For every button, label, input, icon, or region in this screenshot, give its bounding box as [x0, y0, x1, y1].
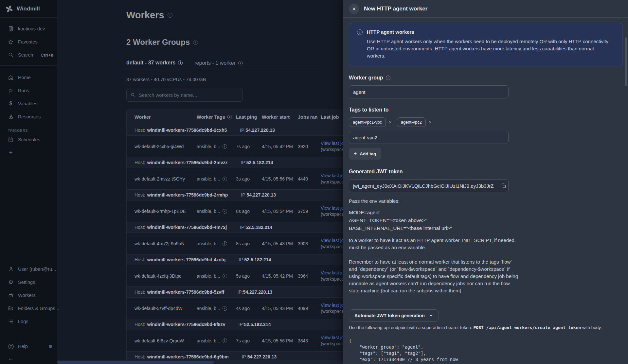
sidebar: Windmill kautious-dev Favorites Search C…	[0, 0, 57, 364]
api-endpoint-line: Use the following api endpoint with a su…	[349, 325, 622, 330]
request-body-code: { "worker_group": "agent", "tags": ["tag…	[349, 338, 622, 364]
sidebar-item-resources[interactable]: Resources	[0, 110, 57, 123]
last-ping-cell: 3s ago	[236, 176, 262, 182]
ip-label: IP:	[240, 225, 245, 230]
worker-group-label-text: Worker group	[349, 75, 383, 81]
sidebar-item-settings[interactable]: Settings	[0, 276, 57, 289]
tab-default-group[interactable]: default - 37 workers	[126, 60, 183, 70]
info-icon[interactable]	[238, 61, 243, 65]
sidebar-item-home[interactable]: Home	[0, 71, 57, 84]
host-name: windmill-workers-77596dc9bd-6g9bm	[147, 354, 229, 359]
remove-tag-icon[interactable]	[429, 119, 432, 125]
info-icon[interactable]	[223, 209, 227, 214]
new-tag-input[interactable]	[349, 131, 509, 144]
gear-icon	[8, 279, 14, 285]
info-icon[interactable]	[223, 274, 227, 278]
sidebar-item-favorites[interactable]: Favorites	[0, 35, 57, 48]
info-icon[interactable]	[223, 241, 227, 246]
worker-groups-heading-text: 2 Worker Groups	[126, 38, 190, 47]
search-icon	[8, 52, 14, 58]
worker-name: wk-default-4zcfq-3Dtpc	[135, 273, 197, 279]
plus-icon	[8, 150, 14, 156]
last-ping-cell: 8s ago	[236, 241, 262, 246]
sidebar-item-label: Settings	[18, 280, 35, 285]
brand[interactable]: Windmill	[0, 0, 57, 18]
windmill-logo-icon	[5, 5, 13, 13]
worker-tags-cell: ansible, b...	[197, 209, 236, 214]
ip-value: 52.5.182.214	[244, 322, 271, 327]
host-ip: IP:52.5.182.214	[239, 257, 271, 262]
sidebar-item-variables[interactable]: Variables	[0, 97, 57, 110]
host-name: windmill-workers-77596dc9bd-4zcfq	[147, 257, 226, 262]
sidebar-item-schedules[interactable]: Schedules	[0, 133, 57, 146]
tab-reports-group[interactable]: reports - 1 worker	[194, 60, 242, 70]
last-ping-cell: 6s ago	[236, 209, 262, 214]
sidebar-item-logs[interactable]: Logs	[0, 315, 57, 328]
ip-value: 52.5.182.214	[244, 257, 271, 262]
sidebar-item-runs[interactable]: Runs	[0, 84, 57, 97]
worker-group-input[interactable]	[349, 85, 509, 98]
column-header-worker-tags: Worker Tags	[197, 114, 236, 120]
host-label: Host:	[135, 225, 145, 230]
sidebar-item-label: Schedules	[18, 137, 40, 142]
column-header-last-ping: Last ping	[236, 114, 262, 120]
host-name: windmill-workers-77596dc9bd-2mvzz	[147, 160, 228, 165]
worker-group-label: Worker group	[349, 75, 622, 81]
sidebar-item-workers[interactable]: Workers	[0, 289, 57, 302]
sidebar-item-workspace[interactable]: kautious-dev	[0, 22, 57, 35]
host-ip: IP:52.5.182.214	[240, 225, 272, 230]
info-icon[interactable]	[386, 76, 390, 80]
column-header-worker-start: Worker start	[262, 114, 298, 120]
drawer-header: New HTTP agent worker	[343, 0, 628, 18]
search-workers-input[interactable]	[139, 92, 239, 98]
ip-value: 52.5.182.214	[246, 160, 273, 165]
worker-name: wk-default-4m72j-9o9oN	[135, 241, 197, 246]
ip-label: IP:	[237, 289, 243, 295]
host-name: windmill-workers-77596dc9bd-4m72j	[147, 225, 227, 230]
info-icon[interactable]	[223, 306, 227, 311]
user-icon	[8, 266, 14, 272]
worker-tags-cell: ansible, b...	[197, 144, 236, 149]
collapse-sidebar-button[interactable]	[0, 353, 57, 364]
host-label: Host:	[135, 289, 145, 295]
host-name: windmill-workers-77596dc9bd-2rmhp	[147, 192, 228, 198]
chevron-up-icon	[429, 313, 433, 318]
sidebar-item-label: Home	[18, 75, 31, 80]
host-ip: IP:54.227.220.13	[242, 354, 277, 359]
remove-tag-icon[interactable]	[389, 119, 392, 125]
worker-tags-text: ansible, b...	[197, 273, 220, 279]
jwt-token-input[interactable]	[349, 179, 509, 192]
sidebar-item-label: Workers	[18, 293, 36, 298]
automate-jwt-button[interactable]: Automate JWT token generation	[349, 309, 439, 322]
add-trigger-button[interactable]	[0, 146, 57, 159]
copy-icon[interactable]	[500, 182, 507, 189]
info-icon[interactable]	[223, 144, 227, 149]
info-icon[interactable]	[227, 115, 232, 119]
worker-tags-cell: ansible, b...	[197, 241, 236, 246]
sidebar-item-help[interactable]: Help	[0, 340, 57, 353]
info-icon[interactable]	[223, 177, 227, 181]
worker-tags-cell: ansible, b...	[197, 273, 236, 279]
info-icon[interactable]	[178, 61, 183, 65]
host-ip: IP:54.227.220.13	[237, 289, 272, 295]
drawer-scrollbar-thumb[interactable]	[625, 37, 627, 86]
info-icon[interactable]	[168, 13, 172, 18]
host-ip: IP:52.5.182.214	[241, 160, 273, 165]
horizontal-scrollbar-thumb[interactable]	[57, 361, 214, 364]
list-icon	[8, 319, 14, 324]
env-variables: MODE=agent AGENT_TOKEN="<token above>" B…	[349, 209, 622, 232]
jobs-ran-cell: 3920	[298, 144, 321, 149]
triggers-section-label: TRIGGERS	[8, 129, 57, 132]
sidebar-item-label: Favorites	[18, 39, 38, 44]
info-icon	[357, 29, 363, 35]
info-box-body: Use HTTP agent workers only when the wor…	[367, 38, 612, 60]
info-icon[interactable]	[193, 40, 198, 45]
close-icon[interactable]	[349, 4, 359, 14]
tag-chip: agent-vpc2	[397, 117, 426, 127]
info-icon[interactable]	[223, 338, 227, 343]
sidebar-item-user[interactable]: User (ruben@ru...	[0, 263, 57, 276]
sidebar-item-folders-groups[interactable]: Folders & Groups...	[0, 302, 57, 315]
ip-value: 54.227.220.13	[247, 354, 277, 359]
sidebar-item-search[interactable]: Search Ctrl+k	[0, 48, 57, 61]
add-tag-button[interactable]: Add tag	[349, 148, 381, 160]
